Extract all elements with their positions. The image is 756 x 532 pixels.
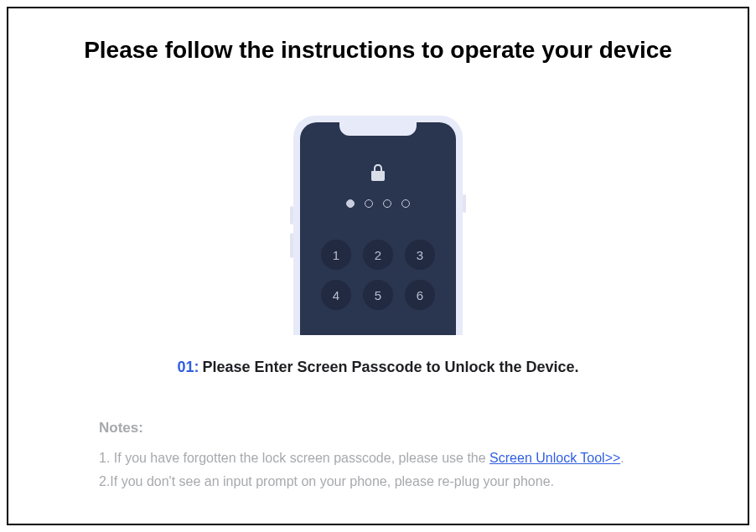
phone-side-button [290,233,293,258]
keypad-key: 5 [363,280,393,310]
keypad-key: 4 [321,280,351,310]
note-text: . [620,451,624,465]
note-item: 2.If you don't see an input prompt on yo… [99,470,676,493]
passcode-dot [383,199,391,208]
keypad-key: 3 [405,240,435,270]
step-text: Please Enter Screen Passcode to Unlock t… [202,359,578,375]
keypad: 1 2 3 4 5 6 [321,240,435,310]
phone-notch [339,122,417,136]
note-text: 1. If you have forgotten the lock screen… [99,451,489,465]
step-instruction: 01:Please Enter Screen Passcode to Unloc… [47,359,709,376]
note-text: 2.If you don't see an input prompt on yo… [99,474,554,488]
lock-icon [370,164,386,184]
notes-heading: Notes: [99,420,676,436]
step-number: 01: [177,359,199,375]
keypad-key: 6 [405,280,435,310]
passcode-dot [346,199,355,208]
keypad-key: 2 [363,240,393,270]
dialog-frame: Please follow the instructions to operat… [7,7,749,525]
screen-unlock-tool-link[interactable]: Screen Unlock Tool>> [489,451,620,465]
phone-illustration: 1 2 3 4 5 6 [47,116,709,335]
notes-section: Notes: 1. If you have forgotten the lock… [47,420,709,493]
note-item: 1. If you have forgotten the lock screen… [99,447,676,470]
passcode-dots [346,199,410,208]
keypad-key: 1 [321,240,351,270]
phone-screen: 1 2 3 4 5 6 [300,122,456,335]
passcode-dot [401,199,410,208]
phone-side-button [290,206,293,225]
phone-side-button [463,194,466,213]
phone-body: 1 2 3 4 5 6 [293,116,463,335]
passcode-dot [365,199,373,208]
page-title: Please follow the instructions to operat… [47,37,709,64]
